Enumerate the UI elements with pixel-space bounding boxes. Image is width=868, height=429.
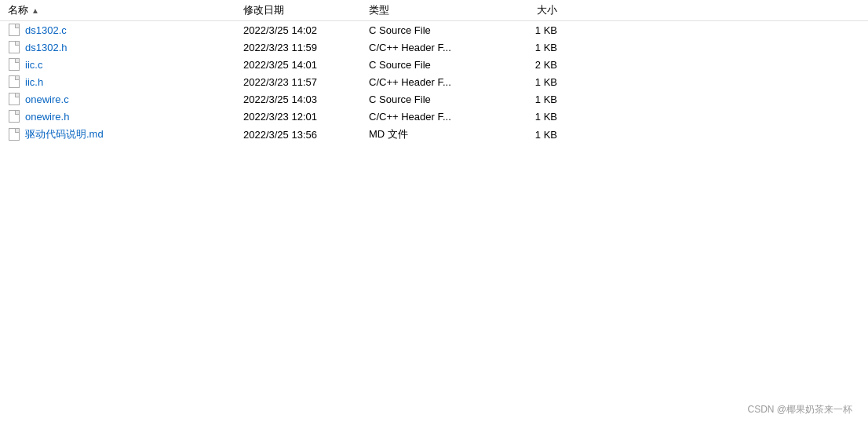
header-date-col[interactable]: 修改日期: [243, 3, 369, 17]
file-date: 2022/3/25 13:56: [243, 129, 369, 141]
col-size-label: 大小: [537, 4, 557, 16]
file-name: onewire.h: [25, 111, 240, 123]
file-size: 2 KB: [494, 59, 557, 71]
table-row[interactable]: ds1302.c 2022/3/25 14:02 C Source File 1…: [0, 21, 868, 38]
file-name: ds1302.c: [25, 24, 240, 36]
table-row[interactable]: ds1302.h 2022/3/23 11:59 C/C++ Header F.…: [0, 38, 868, 56]
file-date: 2022/3/23 11:57: [243, 76, 369, 88]
file-name: 驱动代码说明.md: [25, 127, 240, 141]
file-icon: [8, 58, 20, 71]
table-row[interactable]: 驱动代码说明.md 2022/3/25 13:56 MD 文件 1 KB: [0, 125, 868, 144]
file-type: C Source File: [369, 24, 494, 36]
file-type: C/C++ Header F...: [369, 42, 494, 53]
col-date-label: 修改日期: [243, 4, 284, 16]
file-type: MD 文件: [369, 127, 494, 141]
file-size: 1 KB: [494, 129, 557, 141]
doc-icon: [9, 75, 20, 88]
col-name-label: 名称: [8, 3, 28, 17]
file-date: 2022/3/25 14:01: [243, 59, 369, 71]
file-explorer: 名称 ▲ 修改日期 类型 大小 ds1302.c 2022/3/25 14:02…: [0, 0, 868, 429]
file-date: 2022/3/23 12:01: [243, 111, 369, 123]
file-date: 2022/3/23 11:59: [243, 42, 369, 53]
file-icon: [8, 41, 20, 53]
file-name: ds1302.h: [25, 42, 240, 53]
file-name: iic.h: [25, 76, 240, 88]
doc-icon: [9, 128, 20, 141]
watermark: CSDN @椰果奶茶来一杯: [747, 403, 852, 416]
doc-icon: [9, 24, 20, 36]
file-type: C/C++ Header F...: [369, 76, 494, 88]
file-type: C Source File: [369, 94, 494, 105]
file-list: ds1302.c 2022/3/25 14:02 C Source File 1…: [0, 21, 868, 144]
table-row[interactable]: iic.h 2022/3/23 11:57 C/C++ Header F... …: [0, 73, 868, 90]
table-row[interactable]: iic.c 2022/3/25 14:01 C Source File 2 KB: [0, 56, 868, 73]
file-icon: [8, 128, 20, 141]
file-name: iic.c: [25, 59, 240, 71]
doc-icon: [9, 58, 20, 71]
file-type: C/C++ Header F...: [369, 111, 494, 123]
header-size-col[interactable]: 大小: [494, 3, 557, 17]
file-icon: [8, 93, 20, 105]
file-size: 1 KB: [494, 94, 557, 105]
doc-icon: [9, 93, 20, 105]
file-icon: [8, 110, 20, 123]
file-size: 1 KB: [494, 24, 557, 36]
file-icon: [8, 24, 20, 36]
header-name-col[interactable]: 名称 ▲: [8, 3, 243, 17]
file-size: 1 KB: [494, 111, 557, 123]
sort-arrow-icon: ▲: [31, 6, 39, 15]
doc-icon: [9, 110, 20, 123]
file-name: onewire.c: [25, 94, 240, 105]
file-size: 1 KB: [494, 76, 557, 88]
file-date: 2022/3/25 14:03: [243, 94, 369, 105]
file-icon: [8, 75, 20, 88]
file-date: 2022/3/25 14:02: [243, 24, 369, 36]
table-header: 名称 ▲ 修改日期 类型 大小: [0, 0, 868, 21]
file-type: C Source File: [369, 59, 494, 71]
file-size: 1 KB: [494, 42, 557, 53]
doc-icon: [9, 41, 20, 53]
col-type-label: 类型: [369, 4, 389, 16]
table-row[interactable]: onewire.h 2022/3/23 12:01 C/C++ Header F…: [0, 108, 868, 125]
header-type-col[interactable]: 类型: [369, 3, 494, 17]
table-row[interactable]: onewire.c 2022/3/25 14:03 C Source File …: [0, 90, 868, 108]
